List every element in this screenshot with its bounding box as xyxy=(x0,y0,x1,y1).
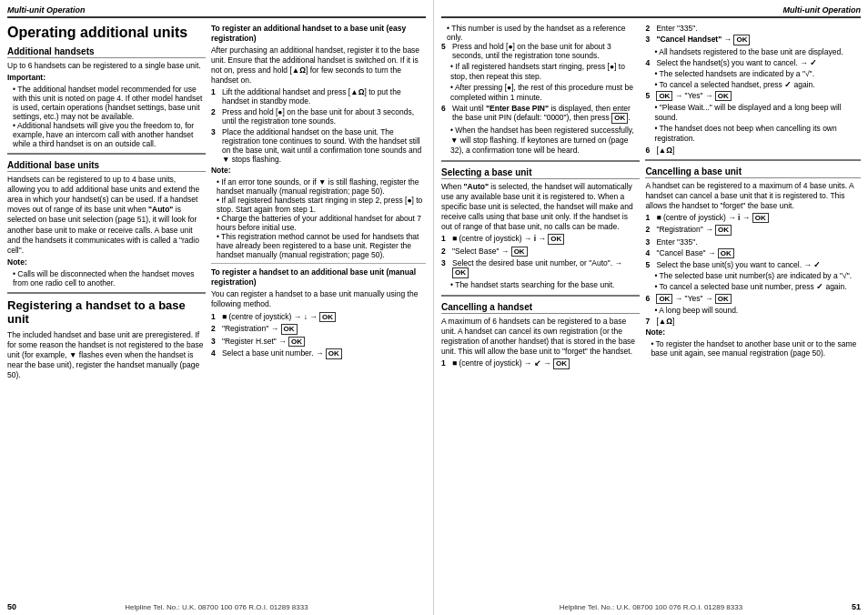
cancel-h-step5-bullets: "Please Wait..." will be displayed and a… xyxy=(645,103,861,144)
cancel-base-step6-bullet: A long beep will sound. xyxy=(645,306,861,316)
manual-step-2: 2 "Registration" → OK xyxy=(211,324,426,335)
cancel-base-step4: 4 "Cancel Base" → OK xyxy=(645,248,861,259)
manual-step-4: 4 Select a base unit number. → OK xyxy=(211,348,426,359)
additional-handsets-intro: Up to 6 handsets can be registered to a … xyxy=(7,61,206,71)
cancel-base-note: To register the handset to another base … xyxy=(645,339,861,358)
cancel-h-step4: 4 Select the handset(s) you want to canc… xyxy=(645,58,861,67)
select-base-title: Selecting a base unit xyxy=(441,167,640,179)
cancel-base-step1: 1 ■ (centre of joystick) → i → OK xyxy=(645,213,861,224)
easy-notes: If an error tone sounds, or if ▼ is stil… xyxy=(211,177,426,259)
additional-base-units-body: Handsets can be registered to up to 4 ba… xyxy=(7,175,206,255)
manual-reg-title: To register a handset to an additional b… xyxy=(211,267,426,287)
cancel-handset-body: A maximum of 6 handsets can be registere… xyxy=(441,317,640,357)
cancel-base-step5: 5 Select the base unit(s) you want to ca… xyxy=(645,260,861,269)
right-footer: Helpline Tel. No.: U.K. 08700 100 076 R.… xyxy=(434,603,868,611)
easy-step-1: 1 Lift the additional handset and press … xyxy=(211,87,426,106)
right-header: Multi-unit Operation xyxy=(441,5,861,18)
manual-step-3: 3 "Register H.set" → OK xyxy=(211,337,426,348)
cancel-base-note-label: Note: xyxy=(645,328,861,338)
cancel-base-step5-bullets: The selected base unit number(s) are ind… xyxy=(645,271,861,292)
important-bullets: The additional handset model recommended… xyxy=(7,85,206,148)
main-title: Operating additional units xyxy=(7,24,206,41)
easy-step-2: 2 Press and hold [●] on the base unit fo… xyxy=(211,107,426,126)
right-step-6: 6 Wait until "Enter Base PIN" is display… xyxy=(441,104,640,124)
select-base-step3-bullet: The handset starts searching for the bas… xyxy=(441,280,640,290)
select-base-body: When "Auto" is selected, the handset wil… xyxy=(441,182,640,232)
select-base-step1: 1 ■ (centre of joystick) → i → OK xyxy=(441,234,640,245)
cancel-base-step7: 7 [▲Ω] xyxy=(645,317,861,326)
register-intro: The included handset and base unit are p… xyxy=(7,330,206,380)
select-base-step2: 2 "Select Base" → OK xyxy=(441,247,640,257)
easy-step-3: 3 Place the additional handset on the ba… xyxy=(211,127,426,164)
cancel-base-step3: 3 Enter "335". xyxy=(645,237,861,247)
base-units-note-label: Note: xyxy=(7,257,206,267)
cancel-h-step4-bullets: The selected handsets are indicated by a… xyxy=(645,69,861,90)
additional-handsets-title: Additional handsets xyxy=(7,46,206,58)
cancel-base-step6: 6 OK → "Yes" → OK xyxy=(645,294,861,305)
manual-reg-intro: You can register a handset to a base uni… xyxy=(211,289,426,309)
easy-reg-intro: After purchasing an additional handset, … xyxy=(211,45,426,86)
left-header: Multi-unit Operation xyxy=(7,5,426,18)
right-step-5: 5 Press and hold [●] on the base unit fo… xyxy=(441,42,640,60)
right-page: Multi-unit Operation This number is used… xyxy=(434,0,868,615)
cancel-h-step2: 2 Enter "335". xyxy=(645,24,861,33)
cancel-h-step3-bullet: All handsets registered to the base unit… xyxy=(645,47,861,57)
important-label: Important: xyxy=(7,73,206,83)
register-section-title: Registering a handset to a base unit xyxy=(7,298,206,327)
cancel-base-title: Cancelling a base unit xyxy=(645,166,861,178)
left-footer: Helpline Tel. No.: U.K. 08700 100 076 R.… xyxy=(0,603,433,611)
cancel-h-step6: 6 [▲Ω] xyxy=(645,146,861,155)
step6-bullets: When the handset has been registered suc… xyxy=(441,126,640,156)
cancel-handset-step1: 1 ■ (centre of joystick) → ↙ → OK xyxy=(441,358,640,369)
manual-step-1: 1 ■ (centre of joystick) → ↓ → OK xyxy=(211,312,426,323)
step5-bullets: If all registered handsets start ringing… xyxy=(441,62,640,103)
base-units-note: Calls will be disconnected when the hand… xyxy=(7,269,206,287)
cancel-base-step2: 2 "Registration" → OK xyxy=(645,225,861,236)
select-base-step3: 3 Select the desired base unit number, o… xyxy=(441,258,640,278)
left-page: Multi-unit Operation Operating additiona… xyxy=(0,0,434,615)
cancel-h-step3: 3 "Cancel Handset" → OK xyxy=(645,35,861,45)
additional-base-units-title: Additional base units xyxy=(7,160,206,172)
easy-reg-title: To register an additional handset to a b… xyxy=(211,24,426,44)
cancel-base-body: A handset can be registered to a maximum… xyxy=(645,181,861,211)
easy-note-label: Note: xyxy=(211,166,426,176)
cancel-h-step5: 5 OK → "Yes" → OK xyxy=(645,91,861,102)
cancel-handset-title: Cancelling a handset xyxy=(441,302,640,314)
continued-bullets: This number is used by the handset as a … xyxy=(441,24,640,42)
